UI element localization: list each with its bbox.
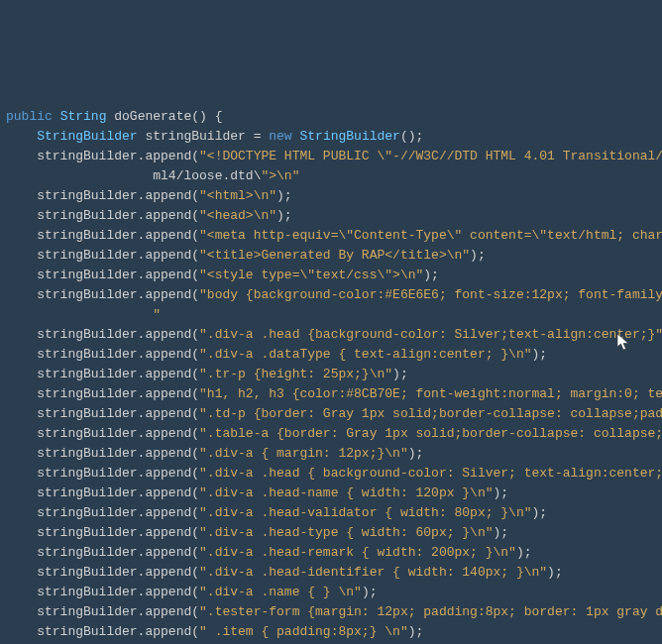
code-line: stringBuilder.append("<title>Generated B… [6,246,656,266]
code-line: stringBuilder.append(" .item { padding:8… [6,622,656,642]
code-line: stringBuilder.append(".div-a .head-type … [6,523,656,543]
code-line: stringBuilder.append("body {background-c… [6,285,656,305]
code-line: stringBuilder.append(".div-a .head-remar… [6,543,656,563]
code-line: stringBuilder.append(".td-p {border: Gra… [6,404,656,424]
code-line: public String doGenerate() { [6,107,656,127]
code-line: stringBuilder.append("<!DOCTYPE HTML PUB… [6,147,656,166]
code-line: stringBuilder.append(".div-a .head-valid… [6,503,656,523]
code-line: " [6,305,656,325]
code-line: stringBuilder.append(".div-a .dataType {… [6,345,656,365]
code-line: stringBuilder.append("<html>\n"); [6,186,656,206]
code-line: stringBuilder.append("<meta http-equiv=\… [6,226,656,246]
code-line: stringBuilder.append(".div-a .head-ident… [6,563,656,583]
code-line: stringBuilder.append(".div-a .name { } \… [6,583,656,602]
code-line: ml4/loose.dtd\">\n" [6,166,656,186]
code-line: stringBuilder.append("<style type=\"text… [6,266,656,285]
code-line: stringBuilder.append(".div-a .head { bac… [6,464,656,483]
code-line: StringBuilder stringBuilder = new String… [6,127,656,147]
code-line: stringBuilder.append(".div-a { margin: 1… [6,444,656,464]
code-line: stringBuilder.append(".tester-form {marg… [6,602,656,622]
code-line: stringBuilder.append("h1, h2, h3 {color:… [6,384,656,404]
code-line: stringBuilder.append(".div-a .head-name … [6,483,656,503]
code-line: stringBuilder.append(".tr-p {height: 25p… [6,365,656,384]
code-line [6,87,656,107]
code-editor[interactable]: public String doGenerate() { StringBuild… [6,87,656,644]
code-line: stringBuilder.append("<head>\n"); [6,206,656,226]
code-line: stringBuilder.append(".table-a {border: … [6,424,656,444]
code-line: stringBuilder.append(".div-a .head {back… [6,325,656,345]
